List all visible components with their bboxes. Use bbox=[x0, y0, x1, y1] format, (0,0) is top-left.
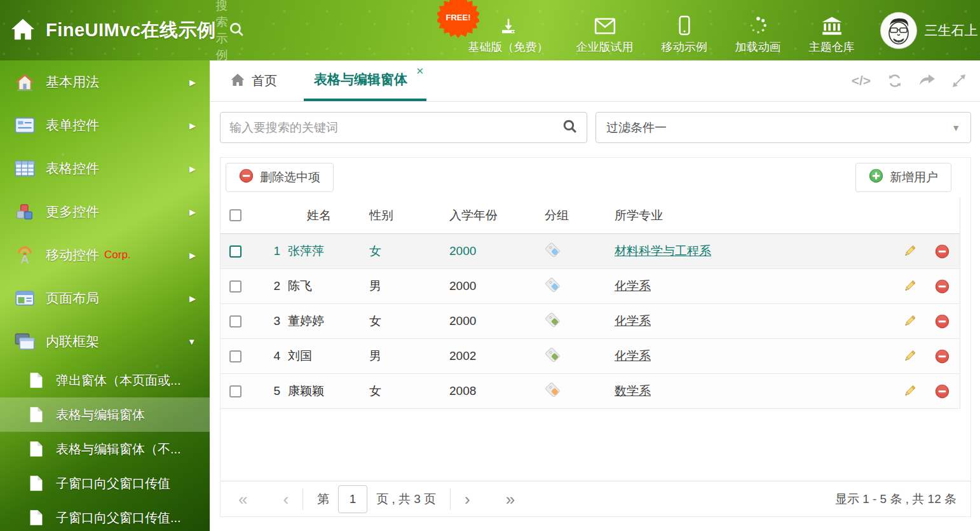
filter-row: 过滤条件一 ▼ bbox=[220, 112, 971, 143]
major-link[interactable]: 化学系 bbox=[615, 314, 651, 328]
row-checkbox[interactable] bbox=[229, 385, 242, 397]
sidebar-subitem-grid-edit-window[interactable]: 表格与编辑窗体 bbox=[0, 397, 210, 432]
user-menu[interactable]: 三生石上 ▼ bbox=[880, 12, 980, 49]
nav-mobile-demo[interactable]: 移动示例 bbox=[648, 6, 721, 55]
form-icon bbox=[14, 115, 36, 135]
last-page-icon[interactable]: » bbox=[506, 491, 515, 507]
major-link[interactable]: 化学系 bbox=[615, 279, 651, 293]
nav-label[interactable]: 基础版（免费） bbox=[468, 39, 548, 55]
delete-row-icon[interactable] bbox=[924, 314, 960, 329]
page-prefix: 第 bbox=[317, 491, 329, 507]
sidebar-item-grid-controls[interactable]: 表格控件 ▶ bbox=[0, 147, 210, 190]
sidebar-item-mobile-controls[interactable]: 移动控件 Corp. ▶ bbox=[0, 233, 210, 277]
add-user-button[interactable]: 新增用户 bbox=[855, 163, 951, 192]
keyword-search-box[interactable] bbox=[220, 112, 587, 143]
refresh-icon[interactable] bbox=[887, 73, 902, 88]
search-icon[interactable] bbox=[562, 118, 578, 137]
edit-icon[interactable] bbox=[895, 244, 924, 259]
nav-loading-animation[interactable]: 加载动画 bbox=[721, 6, 795, 55]
edit-icon[interactable] bbox=[895, 314, 924, 329]
select-all-checkbox[interactable] bbox=[229, 209, 242, 221]
grid-toolbar: 删除选中项 新增用户 bbox=[221, 158, 970, 197]
nav-label[interactable]: 企业版试用 bbox=[576, 39, 634, 55]
delete-row-icon[interactable] bbox=[924, 279, 960, 294]
nav-label[interactable]: 加载动画 bbox=[735, 39, 781, 55]
maximize-icon[interactable] bbox=[952, 74, 966, 88]
tag-icon bbox=[533, 242, 603, 261]
search-icon[interactable] bbox=[228, 21, 245, 40]
column-header-year[interactable]: 入学年份 bbox=[438, 207, 533, 224]
brand[interactable]: FineUIMvc在线示例 bbox=[0, 18, 216, 43]
major-link[interactable]: 化学系 bbox=[615, 349, 651, 362]
edit-icon[interactable] bbox=[895, 383, 924, 399]
cell-year: 2000 bbox=[438, 244, 533, 258]
row-checkbox[interactable] bbox=[229, 245, 242, 258]
nav-label[interactable]: 移动示例 bbox=[662, 39, 707, 55]
sidebar-subitem-label: 表格与编辑窗体（不... bbox=[56, 441, 181, 458]
next-page-icon[interactable]: › bbox=[465, 491, 470, 507]
download-icon bbox=[498, 15, 519, 36]
page-number-input[interactable] bbox=[338, 485, 367, 513]
prev-page-icon[interactable]: ‹ bbox=[283, 491, 289, 507]
sidebar-subitem-popup-window[interactable]: 弹出窗体（本页面或... bbox=[0, 363, 210, 397]
sidebar-subitem-child-to-parent[interactable]: 子窗口向父窗口传值 bbox=[0, 466, 210, 500]
row-checkbox[interactable] bbox=[229, 280, 242, 293]
sidebar-subitem-grid-edit-window-2[interactable]: 表格与编辑窗体（不... bbox=[0, 432, 210, 466]
column-header-gender[interactable]: 性别 bbox=[362, 207, 438, 224]
sidebar-item-page-layout[interactable]: 页面布局 ▶ bbox=[0, 277, 210, 320]
user-name[interactable]: 三生石上 ▼ bbox=[925, 22, 980, 39]
tag-icon bbox=[533, 347, 603, 366]
tab-home[interactable]: 首页 bbox=[220, 60, 287, 101]
table-row[interactable]: 4 刘国 男 2002 化学系 bbox=[221, 339, 960, 374]
nav-label[interactable]: 主题仓库 bbox=[809, 39, 855, 55]
sidebar-subitem-label: 子窗口向父窗口传值... bbox=[56, 509, 181, 527]
major-link[interactable]: 材料科学与工程系 bbox=[615, 244, 711, 258]
first-page-icon[interactable]: « bbox=[238, 491, 247, 507]
sidebar-item-basic-usage[interactable]: 基本用法 ▶ bbox=[0, 60, 210, 104]
sidebar-item-label: 基本用法 bbox=[46, 73, 99, 91]
column-header-name[interactable]: 姓名 bbox=[280, 207, 362, 224]
row-number: 4 bbox=[257, 349, 280, 363]
edit-icon[interactable] bbox=[895, 348, 924, 364]
source-code-icon[interactable]: </> bbox=[852, 73, 871, 88]
avatar[interactable] bbox=[880, 12, 917, 49]
row-checkbox[interactable] bbox=[229, 350, 242, 362]
keyword-search-input[interactable] bbox=[229, 121, 562, 135]
open-new-window-icon[interactable] bbox=[919, 74, 936, 88]
header-search-placeholder[interactable]: 搜索示例 bbox=[216, 0, 228, 64]
close-icon[interactable]: ✕ bbox=[416, 66, 424, 77]
table-row[interactable]: 5 康颖颖 女 2008 数学系 bbox=[221, 374, 960, 409]
header-search[interactable]: 搜索示例 bbox=[216, 0, 245, 64]
tab-grid-edit-window[interactable]: 表格与编辑窗体 ✕ bbox=[304, 60, 426, 101]
delete-row-icon[interactable] bbox=[924, 349, 960, 364]
delete-row-icon[interactable] bbox=[924, 244, 960, 259]
row-number: 3 bbox=[257, 314, 280, 328]
arrow-right-icon: ▶ bbox=[189, 78, 196, 87]
edit-icon[interactable] bbox=[895, 279, 924, 294]
row-checkbox[interactable] bbox=[229, 315, 242, 328]
sidebar: 基本用法 ▶ 表单控件 ▶ 表格控件 ▶ 更多控件 ▶ bbox=[0, 60, 210, 531]
filter-dropdown[interactable]: 过滤条件一 ▼ bbox=[595, 112, 971, 143]
delete-selected-button[interactable]: 删除选中项 bbox=[226, 163, 334, 192]
sidebar-item-inline-frame[interactable]: 内联框架 ▼ bbox=[0, 320, 210, 363]
app-header: FineUIMvc在线示例 搜索示例 FREE! 基础版（免费） 企业版试用 移… bbox=[0, 0, 980, 60]
table-row[interactable]: 1 张萍萍 女 2000 材料科学与工程系 bbox=[221, 234, 960, 269]
table-row[interactable]: 2 陈飞 男 2000 化学系 bbox=[221, 269, 960, 304]
sidebar-item-more-controls[interactable]: 更多控件 ▶ bbox=[0, 190, 210, 233]
cubes-icon bbox=[14, 202, 36, 222]
bank-icon bbox=[821, 15, 843, 36]
sidebar-item-label: 更多控件 bbox=[46, 203, 99, 221]
delete-row-icon[interactable] bbox=[924, 384, 960, 399]
nav-enterprise-trial[interactable]: 企业版试用 bbox=[562, 6, 648, 55]
column-header-major[interactable]: 所学专业 bbox=[603, 207, 895, 224]
major-link[interactable]: 数学系 bbox=[615, 384, 651, 397]
nav-theme-store[interactable]: 主题仓库 bbox=[795, 6, 869, 55]
minus-circle-icon bbox=[239, 169, 254, 186]
column-header-group[interactable]: 分组 bbox=[533, 207, 603, 224]
sidebar-subitem-child-to-parent-2[interactable]: 子窗口向父窗口传值... bbox=[0, 500, 210, 531]
spinner-icon bbox=[748, 15, 768, 36]
sidebar-item-form-controls[interactable]: 表单控件 ▶ bbox=[0, 104, 210, 147]
file-icon bbox=[29, 372, 44, 389]
antenna-icon bbox=[14, 245, 36, 265]
table-row[interactable]: 3 董婷婷 女 2000 化学系 bbox=[221, 304, 960, 339]
